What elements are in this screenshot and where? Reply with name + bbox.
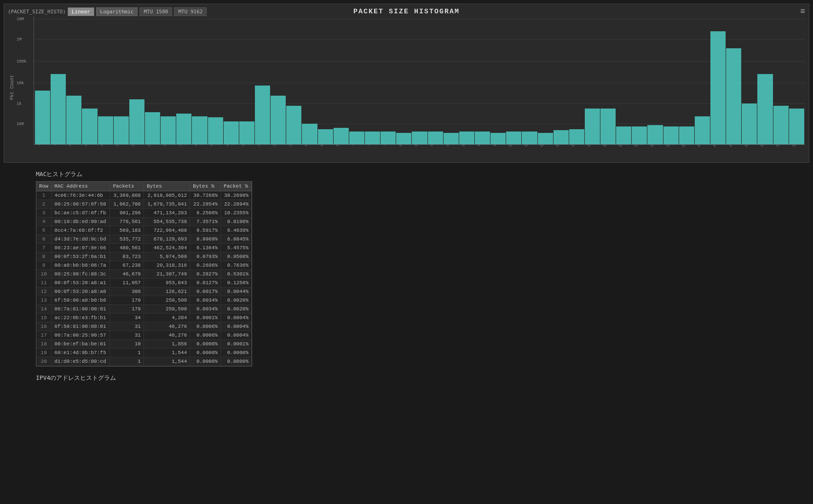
table-row: 16 6f:50:81:00:00:01 31 46,276 0.0006% 0… [36, 322, 252, 331]
cell-bytes: 1,679,735,041 [144, 200, 190, 209]
bar [255, 86, 270, 144]
table-row: 6 d4:3d:7e:dd:9c:bd 535,772 678,129,693 … [36, 235, 252, 244]
cell-bytes-pct: 0.0793% [190, 252, 221, 261]
cell-row: 12 [36, 287, 52, 296]
cell-packet-pct: 0.0020% [221, 296, 252, 305]
mac-table-header: Row MAC Address Packets Bytes Bytes % Pa… [36, 182, 252, 191]
cell-mac: 00:25:90:57:6f:50 [52, 200, 110, 209]
x-tick-label: 896B [443, 145, 457, 149]
bar [726, 48, 741, 144]
x-tick-label: 288B [144, 145, 158, 149]
x-tick-label: 224B [112, 145, 127, 149]
menu-icon[interactable]: ≡ [800, 7, 805, 16]
bar [647, 125, 663, 144]
cell-mac: 00:0f:53:20:a8:a1 [52, 279, 110, 287]
cell-packets: 569,183 [110, 226, 144, 235]
y-tick-label: 10k [17, 81, 24, 86]
col-packet-pct: Packet % [221, 182, 252, 191]
bar [710, 31, 726, 144]
y-axis-label: Pkt Count [8, 16, 16, 159]
cell-bytes-pct: 6.2506% [190, 209, 221, 218]
cell-bytes-pct: 0.0127% [190, 279, 221, 287]
cell-packet-pct: 0.0000% [221, 357, 252, 366]
x-tick-label: 608B [301, 145, 316, 149]
bar [381, 132, 396, 144]
cell-row: 6 [36, 235, 52, 244]
cell-bytes-pct: 0.0006% [190, 331, 221, 340]
cell-bytes: 1,856 [144, 340, 190, 349]
bar [396, 133, 411, 144]
table-row: 7 00:23:ae:07:8e:66 480,561 462,524,394 … [36, 244, 252, 252]
cell-bytes: 953,843 [144, 279, 190, 287]
table-row: 14 06:7a:81:00:00:01 179 259,590 0.0034%… [36, 305, 252, 314]
x-tick-label: 1280B [632, 145, 646, 149]
cell-row: 1 [36, 191, 52, 200]
cell-row: 8 [36, 252, 52, 261]
bar [585, 109, 600, 144]
bar [412, 132, 427, 144]
linear-button[interactable]: Linear [68, 7, 94, 16]
cell-packet-pct: 0.5301% [221, 270, 252, 279]
y-tick-label: 10M [17, 17, 24, 22]
cell-bytes-pct: 0.2696% [190, 261, 221, 270]
x-tick-label: 1408B [695, 145, 709, 149]
x-tick-label: 960B [474, 145, 489, 149]
cell-bytes: 46,276 [144, 331, 190, 340]
cell-row: 16 [36, 322, 52, 331]
cell-packets: 31 [110, 331, 144, 340]
cell-packet-pct: 0.0000% [221, 349, 252, 357]
mtu1500-button[interactable]: MTU 1500 [139, 7, 172, 16]
bar [616, 126, 631, 144]
bar [506, 132, 521, 144]
ipv4-section-title: IPV4のアドレスヒストグラム [36, 374, 809, 382]
x-tick-label: 320B [160, 145, 174, 149]
x-tick-label: 352B [175, 145, 190, 149]
cell-bytes-pct: 6.1364% [190, 244, 221, 252]
logarithmic-button[interactable]: Logarithmic [96, 7, 138, 16]
bar [271, 96, 286, 144]
cell-row: 4 [36, 218, 52, 226]
table-row: 1 4ce6:76:3e:44:6b 3,369,868 2,918,985,6… [36, 191, 252, 200]
x-tick-label: 672B [333, 145, 347, 149]
cell-mac: 00:a0:b0:b8:06:7a [52, 261, 110, 270]
cell-bytes: 722,964,488 [144, 226, 190, 235]
cell-row: 13 [36, 296, 52, 305]
x-tick-label: 864B [427, 145, 441, 149]
bar [600, 109, 616, 144]
x-tick-label: 800B [396, 145, 410, 149]
x-tick-label: 704B [348, 145, 363, 149]
x-tick-label: 64B [34, 145, 48, 149]
histogram-panel: (PACKET_SIZE_HISTO) Linear Logarithmic M… [4, 4, 809, 163]
y-tick-label: 1M [17, 37, 22, 42]
cell-packet-pct: 6.0845% [221, 235, 252, 244]
cell-packets: 34 [110, 314, 144, 322]
cell-mac: 00:25:90:fc:88:3c [52, 270, 110, 279]
bar [349, 132, 364, 144]
cell-row: 15 [36, 314, 52, 322]
cell-mac: ac:22:0b:e3:fb:b1 [52, 314, 110, 322]
cell-bytes: 554,535,738 [144, 218, 190, 226]
table-row: 20 d1:d0:e5:d5:00:cd 1 1,544 0.0000% 0.0… [36, 357, 252, 366]
bar [757, 74, 773, 144]
bar [318, 129, 333, 144]
chart-title: PACKET SIZE HISTOGRAM [353, 8, 460, 16]
cell-packet-pct: 38.2698% [221, 191, 252, 200]
x-tick-label: 1216B [600, 145, 615, 149]
cell-row: 9 [36, 261, 52, 270]
cell-mac: 00:0f:53:2f:6a:b1 [52, 252, 110, 261]
mac-section: MACヒストグラム Row MAC Address Packets Bytes … [4, 170, 809, 367]
mac-table-wrapper[interactable]: Row MAC Address Packets Bytes Bytes % Pa… [36, 181, 252, 367]
x-tick-label: 192B [97, 145, 111, 149]
y-tick-label: 1k [17, 102, 22, 106]
cell-bytes-pct: 0.0034% [190, 305, 221, 314]
table-row: 4 00:19:db:ed:99:ad 776,561 554,535,738 … [36, 218, 252, 226]
x-tick-label: 1184B [585, 145, 599, 149]
cell-packets: 31 [110, 322, 144, 331]
cell-row: 18 [36, 340, 52, 349]
x-tick-label: 1600B [790, 145, 804, 149]
cell-mac: 00:0f:53:20:a8:a0 [52, 287, 110, 296]
chart-container: Pkt Count 10M1M100k10k1k100 64B96B128B16… [8, 16, 805, 159]
mtu9162-button[interactable]: MTU 9162 [174, 7, 207, 16]
cell-bytes: 5,974,580 [144, 252, 190, 261]
cell-mac: 00:23:ae:07:8e:66 [52, 244, 110, 252]
